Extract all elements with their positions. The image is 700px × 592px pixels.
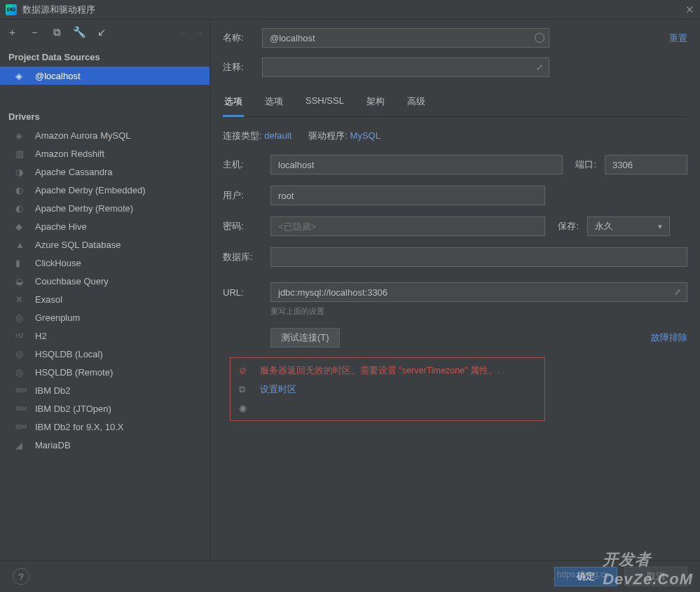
driver-icon: ◐ <box>15 203 28 214</box>
close-icon[interactable]: ✕ <box>685 4 694 16</box>
driver-item[interactable]: ▮ClickHouse <box>0 254 210 272</box>
expand-icon[interactable]: ⤢ <box>536 62 543 72</box>
driver-label: HSQLDB (Remote) <box>35 367 113 378</box>
save-select[interactable]: 永久 ▼ <box>587 216 670 236</box>
user-input[interactable] <box>270 186 545 205</box>
password-input[interactable] <box>270 216 545 236</box>
chevron-down-icon: ▼ <box>657 223 664 230</box>
tab-options-1[interactable]: 选项 <box>223 90 244 117</box>
color-ring-icon[interactable] <box>535 33 544 43</box>
driver-label: Greenplum <box>35 312 80 323</box>
reset-icon[interactable]: ↙ <box>95 26 108 39</box>
driver-item[interactable]: ◆Apache Hive <box>0 217 210 235</box>
driver-icon: ◢ <box>15 440 28 450</box>
driver-label: IBM Db2 <box>35 385 71 396</box>
sidebar: ＋ － ⧉ 🔧 ↙ ← → Project Data Sources ◈ @lo… <box>0 20 210 560</box>
driver-item[interactable]: H2H2 <box>0 326 210 345</box>
tabs: 选项 选项 SSH/SSL 架构 高级 <box>223 90 687 117</box>
driver-icon: ◎ <box>15 367 28 378</box>
driver-label: Amazon Redshift <box>35 149 104 159</box>
driver-icon: ▮ <box>15 258 28 268</box>
cancel-button[interactable]: 取消 <box>624 567 687 586</box>
url-input[interactable]: jdbc:mysql://localhost:3306 ⤢ <box>270 282 687 302</box>
reset-link[interactable]: 重置 <box>669 32 687 45</box>
driver-label: Exasol <box>35 294 62 305</box>
test-connection-button[interactable]: 测试连接(T) <box>270 328 340 347</box>
driver-icon: ✕ <box>15 294 28 305</box>
tab-schemas[interactable]: 架构 <box>365 90 386 117</box>
driver-icon: ▲ <box>15 240 28 250</box>
database-input[interactable] <box>270 247 687 267</box>
globe-icon[interactable]: ◉ <box>239 403 250 413</box>
url-hint: 重写上面的设置 <box>270 306 687 317</box>
driver-icon: ◒ <box>15 276 28 287</box>
save-label: 保存: <box>554 220 579 233</box>
driver-icon: ◈ <box>15 130 28 141</box>
tab-advanced[interactable]: 高级 <box>406 90 427 117</box>
driver-item[interactable]: ▥Amazon Redshift <box>0 144 210 163</box>
remove-icon[interactable]: － <box>28 26 41 39</box>
driver-label: HSQLDB (Local) <box>35 349 103 359</box>
titlebar: DG 数据源和驱动程序 ✕ <box>0 0 700 20</box>
driver-item[interactable]: ▲Azure SQL Database <box>0 235 210 254</box>
driver-value[interactable]: MySQL <box>350 130 380 141</box>
add-icon[interactable]: ＋ <box>6 26 18 39</box>
driver-item[interactable]: ◑Apache Cassandra <box>0 163 210 181</box>
expand-icon[interactable]: ⤢ <box>674 287 681 297</box>
copy-icon[interactable]: ⧉ <box>239 384 250 395</box>
comment-input[interactable]: ⤢ <box>262 57 549 77</box>
host-label: 主机: <box>223 158 262 171</box>
driver-item[interactable]: ◐Apache Derby (Embedded) <box>0 181 210 199</box>
driver-item[interactable]: IBMIBM Db2 (JTOpen) <box>0 399 210 418</box>
back-icon[interactable]: ← <box>179 27 188 38</box>
conn-type-label: 连接类型: <box>223 130 262 141</box>
driver-icon: IBM <box>15 423 28 430</box>
driver-item[interactable]: ◎HSQLDB (Remote) <box>0 363 210 381</box>
driver-item[interactable]: ✕Exasol <box>0 290 210 308</box>
driver-item[interactable]: ◐Apache Derby (Remote) <box>0 199 210 217</box>
drivers-tree: ◈Amazon Aurora MySQL▥Amazon Redshift◑Apa… <box>0 126 210 454</box>
ok-button[interactable]: 确定 <box>554 567 617 586</box>
datasource-item[interactable]: ◈ @localhost <box>0 67 210 85</box>
port-input[interactable] <box>605 155 687 174</box>
set-timezone-link[interactable]: 设置时区 <box>260 384 296 396</box>
tab-ssh-ssl[interactable]: SSH/SSL <box>304 90 345 117</box>
driver-icon: ◑ <box>15 167 28 177</box>
driver-label: Apache Derby (Remote) <box>35 203 133 214</box>
driver-icon: ▥ <box>15 149 28 159</box>
driver-item[interactable]: ◒Couchbase Query <box>0 272 210 290</box>
error-panel: ⊘ 服务器返回无效的时区。需要设置 "serverTimezone" 属性。. … <box>230 357 545 421</box>
datasource-tree: ◈ @localhost <box>0 67 210 85</box>
content-panel: 重置 名称: @localhost 注释: ⤢ 选项 选项 SSH/SSL 架构… <box>210 20 700 560</box>
name-input[interactable]: @localhost <box>262 28 549 48</box>
driver-label: Couchbase Query <box>35 276 109 287</box>
driver-item[interactable]: IBMIBM Db2 for 9.X, 10.X <box>0 418 210 436</box>
troubleshoot-link[interactable]: 故障排除 <box>651 331 687 344</box>
driver-item[interactable]: ◎Greenplum <box>0 308 210 326</box>
driver-icon: ◆ <box>15 221 28 232</box>
driver-label: 驱动程序: <box>308 130 348 141</box>
driver-label: Apache Derby (Embedded) <box>35 185 146 195</box>
sidebar-toolbar: ＋ － ⧉ 🔧 ↙ ← → <box>0 20 210 45</box>
datasources-header: Project Data Sources <box>0 45 210 67</box>
datasource-label: @localhost <box>35 71 81 81</box>
driver-icon: ◎ <box>15 312 28 323</box>
forward-icon[interactable]: → <box>195 27 204 38</box>
error-message: 服务器返回无效的时区。需要设置 "serverTimezone" 属性。. <box>260 365 500 377</box>
driver-item[interactable]: IBMIBM Db2 <box>0 381 210 399</box>
driver-label: Apache Cassandra <box>35 167 113 177</box>
tab-options-2[interactable]: 选项 <box>263 90 284 117</box>
copy-icon[interactable]: ⧉ <box>50 26 63 39</box>
driver-item[interactable]: ◎HSQLDB (Local) <box>0 345 210 363</box>
driver-label: Apache Hive <box>35 221 87 232</box>
driver-icon: ◎ <box>15 349 28 359</box>
conn-type-value[interactable]: default <box>264 130 291 141</box>
window-title: 数据源和驱动程序 <box>22 4 95 16</box>
driver-item[interactable]: ◢MariaDB <box>0 436 210 454</box>
help-button[interactable]: ? <box>13 568 29 585</box>
wrench-icon[interactable]: 🔧 <box>73 26 85 39</box>
host-input[interactable] <box>270 155 563 174</box>
driver-item[interactable]: ◈Amazon Aurora MySQL <box>0 126 210 144</box>
name-label: 名称: <box>223 32 262 44</box>
driver-label: Amazon Aurora MySQL <box>35 130 131 141</box>
